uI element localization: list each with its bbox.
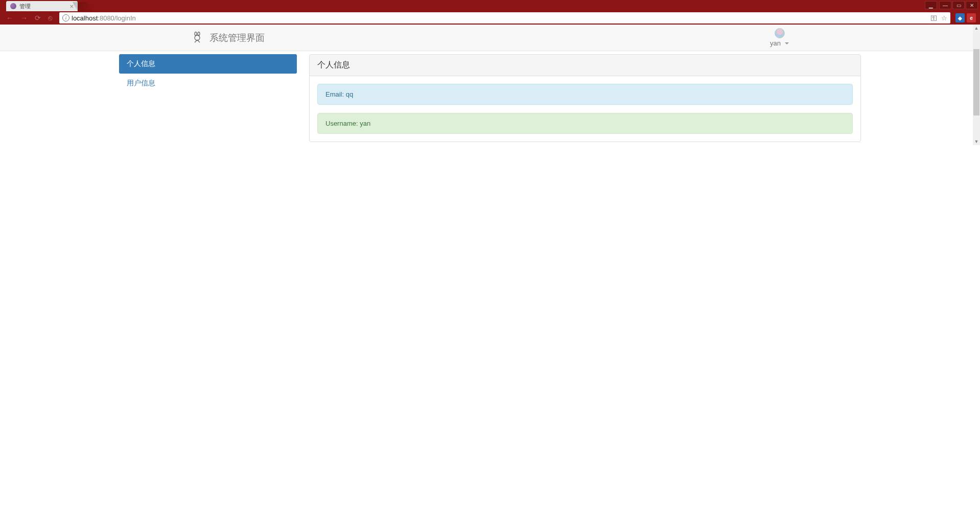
address-bar-right: ⚿ ☆ <box>930 14 947 22</box>
url-port: :8080 <box>98 14 114 22</box>
info-panel: 个人信息 Email: qq Username: yan <box>309 54 861 142</box>
panel-title: 个人信息 <box>310 55 860 76</box>
close-window-icon[interactable]: ✕ <box>966 1 978 9</box>
tab-bar: 管理 × ▁ — ▭ ✕ <box>0 0 980 11</box>
maximize-icon[interactable]: ▭ <box>952 1 965 9</box>
brand-logo-icon <box>191 32 203 44</box>
address-bar[interactable]: i localhost:8080/loginIn ⚿ ☆ <box>59 12 950 24</box>
star-icon[interactable]: ☆ <box>941 14 947 22</box>
extension-icon-2[interactable]: e <box>967 13 976 22</box>
url-path: /loginIn <box>114 14 136 22</box>
svg-point-1 <box>198 32 200 35</box>
sidebar: 个人信息 用户信息 <box>119 54 297 142</box>
svg-point-2 <box>195 35 200 40</box>
brand-title: 系统管理界面 <box>209 32 265 44</box>
avatar-icon <box>775 28 785 38</box>
brand[interactable]: 系统管理界面 <box>191 32 265 44</box>
email-row: Email: qq <box>317 84 853 105</box>
address-bar-row: ← → ⟳ ⎋ i localhost:8080/loginIn ⚿ ☆ ◆ e <box>0 11 980 25</box>
back-icon[interactable]: ← <box>6 14 13 22</box>
minimize-icon[interactable]: — <box>939 1 951 9</box>
user-window-icon[interactable]: ▁ <box>925 1 937 9</box>
scrollbar-thumb[interactable] <box>973 49 979 115</box>
browser-chrome: 管理 × ▁ — ▭ ✕ ← → ⟳ ⎋ i localhost:8080/lo… <box>0 0 980 25</box>
reload-icon[interactable]: ⟳ <box>35 14 41 22</box>
browser-tab[interactable]: 管理 × <box>6 1 78 11</box>
caret-down-icon <box>785 42 789 44</box>
key-icon[interactable]: ⚿ <box>930 14 937 22</box>
sidebar-item-user-info[interactable]: 用户信息 <box>119 74 297 93</box>
url-text: localhost:8080/loginIn <box>72 14 136 22</box>
nav-icons: ← → ⟳ ⎋ <box>3 14 55 22</box>
home-icon[interactable]: ⎋ <box>48 14 52 22</box>
main-content: 个人信息 Email: qq Username: yan <box>309 54 861 142</box>
url-host: localhost <box>72 14 98 22</box>
window-controls: ▁ — ▭ ✕ <box>925 1 978 9</box>
scrollbar-track[interactable]: ▲ ▼ <box>973 25 980 145</box>
user-name: yan <box>770 39 781 47</box>
extensions: ◆ e <box>954 13 977 22</box>
tab-title: 管理 <box>19 3 31 10</box>
sidebar-item-label: 用户信息 <box>127 79 155 87</box>
main-container: 个人信息 用户信息 个人信息 Email: qq Username: yan <box>112 51 868 145</box>
panel-body: Email: qq Username: yan <box>310 76 860 142</box>
username-row: Username: yan <box>317 113 853 134</box>
sidebar-item-label: 个人信息 <box>127 59 155 67</box>
site-info-icon[interactable]: i <box>62 14 69 21</box>
sidebar-item-personal-info[interactable]: 个人信息 <box>119 54 297 74</box>
extension-icon-1[interactable]: ◆ <box>955 13 965 22</box>
top-navbar: 系统管理界面 yan <box>0 25 980 51</box>
tab-favicon-icon <box>10 3 16 9</box>
scroll-up-icon[interactable]: ▲ <box>973 25 980 32</box>
forward-icon[interactable]: → <box>20 14 28 22</box>
user-menu[interactable]: yan <box>770 28 789 47</box>
svg-point-0 <box>195 32 197 35</box>
page-viewport: 系统管理界面 yan 个人信息 用户信息 <box>0 25 980 145</box>
scroll-down-icon[interactable]: ▼ <box>973 138 980 145</box>
